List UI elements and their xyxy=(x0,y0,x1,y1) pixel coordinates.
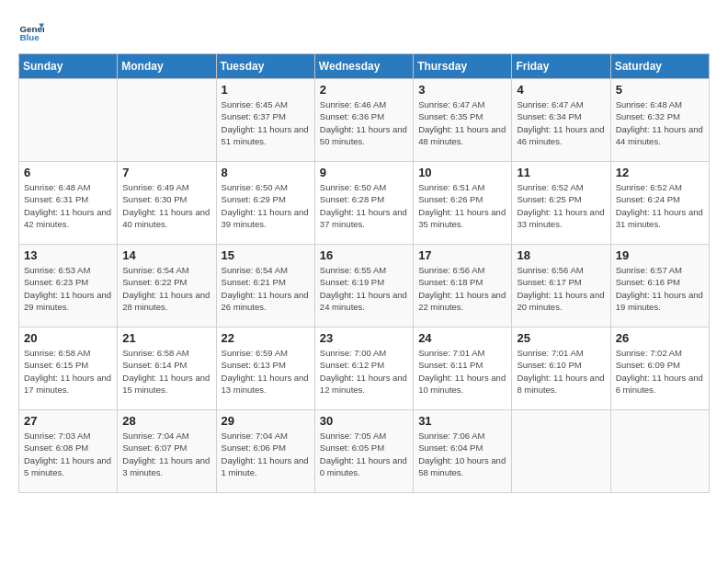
cell-content: Sunrise: 6:52 AM Sunset: 6:24 PM Dayligh… xyxy=(616,181,704,230)
calendar-table: SundayMondayTuesdayWednesdayThursdayFrid… xyxy=(18,53,710,493)
calendar-cell: 7Sunrise: 6:49 AM Sunset: 6:30 PM Daylig… xyxy=(118,162,216,245)
cell-content: Sunrise: 7:01 AM Sunset: 6:10 PM Dayligh… xyxy=(517,347,605,396)
day-header-sunday: Sunday xyxy=(19,54,118,79)
cell-content: Sunrise: 6:45 AM Sunset: 6:37 PM Dayligh… xyxy=(222,98,310,147)
day-number: 4 xyxy=(517,83,605,97)
day-number: 2 xyxy=(320,83,408,97)
calendar-cell: 5Sunrise: 6:48 AM Sunset: 6:32 PM Daylig… xyxy=(610,79,709,162)
calendar-cell xyxy=(610,410,709,493)
day-number: 6 xyxy=(24,166,112,179)
calendar-cell: 6Sunrise: 6:48 AM Sunset: 6:31 PM Daylig… xyxy=(19,162,118,245)
cell-content: Sunrise: 6:50 AM Sunset: 6:29 PM Dayligh… xyxy=(222,181,310,230)
day-number: 27 xyxy=(24,414,112,428)
day-number: 31 xyxy=(418,414,506,428)
calendar-cell: 10Sunrise: 6:51 AM Sunset: 6:26 PM Dayli… xyxy=(414,162,512,245)
cell-content: Sunrise: 6:58 AM Sunset: 6:15 PM Dayligh… xyxy=(24,347,112,396)
day-number: 18 xyxy=(517,248,605,262)
day-number: 28 xyxy=(122,414,210,428)
cell-content: Sunrise: 6:55 AM Sunset: 6:19 PM Dayligh… xyxy=(320,264,408,313)
day-number: 21 xyxy=(122,331,210,345)
calendar-cell: 29Sunrise: 7:04 AM Sunset: 6:06 PM Dayli… xyxy=(216,410,314,493)
calendar-cell: 23Sunrise: 7:00 AM Sunset: 6:12 PM Dayli… xyxy=(314,327,413,410)
cell-content: Sunrise: 7:06 AM Sunset: 6:04 PM Dayligh… xyxy=(418,430,506,478)
calendar-cell xyxy=(118,79,216,162)
calendar-cell: 3Sunrise: 6:47 AM Sunset: 6:35 PM Daylig… xyxy=(414,79,512,162)
cell-content: Sunrise: 7:01 AM Sunset: 6:11 PM Dayligh… xyxy=(418,347,506,396)
day-number: 25 xyxy=(517,331,605,345)
day-number: 19 xyxy=(616,248,704,262)
calendar-cell xyxy=(512,410,610,493)
cell-content: Sunrise: 6:48 AM Sunset: 6:31 PM Dayligh… xyxy=(24,181,112,230)
svg-text:Blue: Blue xyxy=(19,32,40,42)
cell-content: Sunrise: 7:04 AM Sunset: 6:06 PM Dayligh… xyxy=(222,430,310,478)
day-number: 15 xyxy=(222,248,310,262)
calendar-cell: 9Sunrise: 6:50 AM Sunset: 6:28 PM Daylig… xyxy=(314,162,413,245)
cell-content: Sunrise: 6:47 AM Sunset: 6:34 PM Dayligh… xyxy=(517,98,605,147)
calendar-cell: 4Sunrise: 6:47 AM Sunset: 6:34 PM Daylig… xyxy=(512,79,610,162)
day-number: 26 xyxy=(616,331,704,345)
cell-content: Sunrise: 6:59 AM Sunset: 6:13 PM Dayligh… xyxy=(222,347,310,396)
cell-content: Sunrise: 7:02 AM Sunset: 6:09 PM Dayligh… xyxy=(616,347,704,396)
day-number: 12 xyxy=(616,166,704,179)
cell-content: Sunrise: 6:57 AM Sunset: 6:16 PM Dayligh… xyxy=(616,264,704,313)
cell-content: Sunrise: 7:05 AM Sunset: 6:05 PM Dayligh… xyxy=(320,430,408,478)
day-number: 5 xyxy=(616,83,704,97)
week-row-4: 20Sunrise: 6:58 AM Sunset: 6:15 PM Dayli… xyxy=(19,327,710,410)
day-number: 10 xyxy=(418,166,506,179)
cell-content: Sunrise: 6:46 AM Sunset: 6:36 PM Dayligh… xyxy=(320,98,408,147)
cell-content: Sunrise: 6:51 AM Sunset: 6:26 PM Dayligh… xyxy=(418,181,506,230)
cell-content: Sunrise: 6:54 AM Sunset: 6:22 PM Dayligh… xyxy=(122,264,210,313)
day-number: 7 xyxy=(122,166,210,179)
day-number: 13 xyxy=(24,248,112,262)
week-row-2: 6Sunrise: 6:48 AM Sunset: 6:31 PM Daylig… xyxy=(19,162,710,245)
calendar-cell: 15Sunrise: 6:54 AM Sunset: 6:21 PM Dayli… xyxy=(216,245,314,327)
day-header-saturday: Saturday xyxy=(610,54,709,79)
day-header-tuesday: Tuesday xyxy=(216,54,314,79)
calendar-cell: 22Sunrise: 6:59 AM Sunset: 6:13 PM Dayli… xyxy=(216,327,314,410)
day-number: 9 xyxy=(320,166,408,179)
cell-content: Sunrise: 7:00 AM Sunset: 6:12 PM Dayligh… xyxy=(320,347,408,396)
cell-content: Sunrise: 6:50 AM Sunset: 6:28 PM Dayligh… xyxy=(320,181,408,230)
day-number: 11 xyxy=(517,166,605,179)
calendar-cell: 17Sunrise: 6:56 AM Sunset: 6:18 PM Dayli… xyxy=(414,245,512,327)
calendar-cell: 26Sunrise: 7:02 AM Sunset: 6:09 PM Dayli… xyxy=(610,327,709,410)
day-number: 23 xyxy=(320,331,408,345)
day-header-wednesday: Wednesday xyxy=(314,54,413,79)
calendar-cell: 19Sunrise: 6:57 AM Sunset: 6:16 PM Dayli… xyxy=(610,245,709,327)
calendar-cell: 12Sunrise: 6:52 AM Sunset: 6:24 PM Dayli… xyxy=(610,162,709,245)
week-row-5: 27Sunrise: 7:03 AM Sunset: 6:08 PM Dayli… xyxy=(19,410,710,493)
cell-content: Sunrise: 6:49 AM Sunset: 6:30 PM Dayligh… xyxy=(122,181,210,230)
calendar-cell: 30Sunrise: 7:05 AM Sunset: 6:05 PM Dayli… xyxy=(314,410,413,493)
calendar-cell: 13Sunrise: 6:53 AM Sunset: 6:23 PM Dayli… xyxy=(19,245,118,327)
day-number: 16 xyxy=(320,248,408,262)
calendar-cell: 27Sunrise: 7:03 AM Sunset: 6:08 PM Dayli… xyxy=(19,410,118,493)
cell-content: Sunrise: 6:47 AM Sunset: 6:35 PM Dayligh… xyxy=(418,98,506,147)
day-number: 3 xyxy=(418,83,506,97)
calendar-cell: 21Sunrise: 6:58 AM Sunset: 6:14 PM Dayli… xyxy=(118,327,216,410)
calendar-cell xyxy=(19,79,118,162)
cell-content: Sunrise: 6:52 AM Sunset: 6:25 PM Dayligh… xyxy=(517,181,605,230)
calendar-cell: 28Sunrise: 7:04 AM Sunset: 6:07 PM Dayli… xyxy=(118,410,216,493)
cell-content: Sunrise: 6:56 AM Sunset: 6:17 PM Dayligh… xyxy=(517,264,605,313)
day-number: 8 xyxy=(222,166,310,179)
cell-content: Sunrise: 7:03 AM Sunset: 6:08 PM Dayligh… xyxy=(24,430,112,478)
cell-content: Sunrise: 7:04 AM Sunset: 6:07 PM Dayligh… xyxy=(122,430,210,478)
day-header-thursday: Thursday xyxy=(414,54,512,79)
cell-content: Sunrise: 6:56 AM Sunset: 6:18 PM Dayligh… xyxy=(418,264,506,313)
week-row-1: 1Sunrise: 6:45 AM Sunset: 6:37 PM Daylig… xyxy=(19,79,710,162)
cell-content: Sunrise: 6:48 AM Sunset: 6:32 PM Dayligh… xyxy=(616,98,704,147)
day-number: 14 xyxy=(122,248,210,262)
calendar-cell: 25Sunrise: 7:01 AM Sunset: 6:10 PM Dayli… xyxy=(512,327,610,410)
day-number: 17 xyxy=(418,248,506,262)
cell-content: Sunrise: 6:54 AM Sunset: 6:21 PM Dayligh… xyxy=(222,264,310,313)
day-number: 24 xyxy=(418,331,506,345)
calendar-cell: 2Sunrise: 6:46 AM Sunset: 6:36 PM Daylig… xyxy=(314,79,413,162)
cell-content: Sunrise: 6:58 AM Sunset: 6:14 PM Dayligh… xyxy=(122,347,210,396)
day-number: 1 xyxy=(222,83,310,97)
calendar-cell: 31Sunrise: 7:06 AM Sunset: 6:04 PM Dayli… xyxy=(414,410,512,493)
calendar-cell: 11Sunrise: 6:52 AM Sunset: 6:25 PM Dayli… xyxy=(512,162,610,245)
calendar-cell: 20Sunrise: 6:58 AM Sunset: 6:15 PM Dayli… xyxy=(19,327,118,410)
logo: General Blue xyxy=(18,18,44,44)
calendar-cell: 14Sunrise: 6:54 AM Sunset: 6:22 PM Dayli… xyxy=(118,245,216,327)
calendar-cell: 1Sunrise: 6:45 AM Sunset: 6:37 PM Daylig… xyxy=(216,79,314,162)
